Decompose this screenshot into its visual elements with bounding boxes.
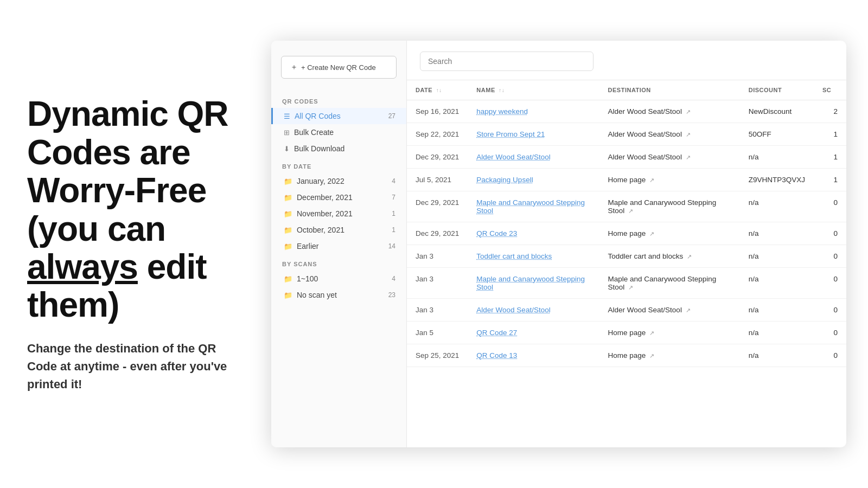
cell-scans: 0 bbox=[814, 344, 846, 367]
sidebar-item-oct-2021[interactable]: 📁 October, 2021 1 bbox=[271, 222, 406, 238]
cell-discount: Z9VHNTP3QVXJ bbox=[740, 169, 814, 191]
right-panel: ＋ + Create New QR Code QR CODES ☰ All QR… bbox=[260, 19, 868, 469]
table-row: Jan 3 Maple and Canarywood Stepping Stoo… bbox=[407, 268, 846, 299]
sidebar: ＋ + Create New QR Code QR CODES ☰ All QR… bbox=[271, 41, 407, 447]
table-row: Jan 5 QR Code 27 Home page ↗ n/a 0 bbox=[407, 322, 846, 344]
cell-name[interactable]: Alder Wood Seat/Stool bbox=[468, 146, 599, 169]
external-link-icon: ↗ bbox=[649, 230, 654, 237]
sidebar-item-earlier[interactable]: 📁 Earlier 14 bbox=[271, 238, 406, 254]
cell-name[interactable]: happy weekend bbox=[468, 100, 599, 123]
cell-destination: Alder Wood Seat/Stool ↗ bbox=[599, 123, 740, 146]
cell-name[interactable]: Packaging Upsell bbox=[468, 169, 599, 191]
cell-scans: 0 bbox=[814, 268, 846, 299]
folder-icon: 📁 bbox=[284, 177, 292, 185]
table-row: Jul 5, 2021 Packaging Upsell Home page ↗… bbox=[407, 169, 846, 191]
cell-name[interactable]: Store Promo Sept 21 bbox=[468, 123, 599, 146]
section-qr-codes: QR CODES bbox=[271, 92, 406, 108]
qr-codes-table: DATE ↑↓ NAME ↑↓ DESTINATION DISCOUNT SC … bbox=[407, 80, 846, 367]
grid-icon: ⊞ bbox=[284, 129, 290, 137]
folder-icon: 📁 bbox=[284, 210, 292, 218]
cell-name[interactable]: Maple and Canarywood Stepping Stool bbox=[468, 268, 599, 299]
cell-date: Dec 29, 2021 bbox=[407, 191, 468, 222]
sidebar-item-scans-1-100[interactable]: 📁 1~100 4 bbox=[271, 271, 406, 287]
cell-destination: Maple and Canarywood Stepping Stool ↗ bbox=[599, 191, 740, 222]
col-scans: SC bbox=[814, 80, 846, 100]
external-link-icon: ↗ bbox=[687, 253, 692, 260]
sidebar-item-nov-2021[interactable]: 📁 November, 2021 1 bbox=[271, 206, 406, 222]
cell-scans: 0 bbox=[814, 322, 846, 344]
table-row: Jan 3 Toddler cart and blocks Toddler ca… bbox=[407, 245, 846, 268]
external-link-icon: ↗ bbox=[649, 177, 654, 183]
sidebar-item-no-scan[interactable]: 📁 No scan yet 23 bbox=[271, 287, 406, 303]
table-row: Dec 29, 2021 Maple and Canarywood Steppi… bbox=[407, 191, 846, 222]
external-link-icon: ↗ bbox=[686, 154, 691, 160]
table-row: Dec 29, 2021 Alder Wood Seat/Stool Alder… bbox=[407, 146, 846, 169]
cell-scans: 0 bbox=[814, 245, 846, 268]
external-link-icon: ↗ bbox=[686, 307, 691, 313]
cell-destination: Alder Wood Seat/Stool ↗ bbox=[599, 100, 740, 123]
cell-discount: n/a bbox=[740, 146, 814, 169]
cell-date: Jul 5, 2021 bbox=[407, 169, 468, 191]
cell-destination: Alder Wood Seat/Stool ↗ bbox=[599, 299, 740, 322]
cell-name[interactable]: Alder Wood Seat/Stool bbox=[468, 299, 599, 322]
table-row: Sep 25, 2021 QR Code 13 Home page ↗ n/a … bbox=[407, 344, 846, 367]
cell-date: Sep 22, 2021 bbox=[407, 123, 468, 146]
table-row: Jan 3 Alder Wood Seat/Stool Alder Wood S… bbox=[407, 299, 846, 322]
sidebar-item-dec-2021[interactable]: 📁 December, 2021 7 bbox=[271, 189, 406, 206]
cell-date: Jan 3 bbox=[407, 268, 468, 299]
cell-discount: n/a bbox=[740, 322, 814, 344]
cell-name[interactable]: Toddler cart and blocks bbox=[468, 245, 599, 268]
plus-icon: ＋ bbox=[290, 62, 298, 72]
cell-scans: 1 bbox=[814, 169, 846, 191]
sidebar-item-all-qr[interactable]: ☰ All QR Codes 27 bbox=[271, 108, 406, 124]
download-icon: ⬇ bbox=[284, 145, 290, 153]
sidebar-item-bulk-download[interactable]: ⬇ Bulk Download bbox=[271, 140, 406, 157]
sidebar-item-jan-2022[interactable]: 📁 January, 2022 4 bbox=[271, 173, 406, 189]
cell-discount: NewDiscount bbox=[740, 100, 814, 123]
folder-icon: 📁 bbox=[284, 242, 292, 251]
section-by-date: BY DATE bbox=[271, 157, 406, 173]
cell-date: Jan 3 bbox=[407, 245, 468, 268]
sort-icon-date: ↑↓ bbox=[436, 87, 442, 93]
col-destination: DESTINATION bbox=[599, 80, 740, 100]
folder-icon: 📁 bbox=[284, 275, 292, 283]
headline: Dynamic QR Codes are Worry-Free (you can… bbox=[27, 95, 233, 324]
cell-discount: n/a bbox=[740, 245, 814, 268]
sidebar-item-bulk-create[interactable]: ⊞ Bulk Create bbox=[271, 124, 406, 140]
main-content: DATE ↑↓ NAME ↑↓ DESTINATION DISCOUNT SC … bbox=[407, 41, 846, 447]
col-date[interactable]: DATE ↑↓ bbox=[407, 80, 468, 100]
qr-table-container: DATE ↑↓ NAME ↑↓ DESTINATION DISCOUNT SC … bbox=[407, 80, 846, 447]
create-qr-button[interactable]: ＋ + Create New QR Code bbox=[281, 56, 397, 79]
cell-name[interactable]: QR Code 23 bbox=[468, 222, 599, 245]
cell-date: Sep 25, 2021 bbox=[407, 344, 468, 367]
cell-discount: n/a bbox=[740, 222, 814, 245]
cell-name[interactable]: QR Code 13 bbox=[468, 344, 599, 367]
cell-scans: 0 bbox=[814, 222, 846, 245]
cell-destination: Alder Wood Seat/Stool ↗ bbox=[599, 146, 740, 169]
cell-destination: Home page ↗ bbox=[599, 344, 740, 367]
cell-scans: 1 bbox=[814, 123, 846, 146]
cell-name[interactable]: QR Code 27 bbox=[468, 322, 599, 344]
cell-discount: n/a bbox=[740, 344, 814, 367]
cell-destination: Home page ↗ bbox=[599, 322, 740, 344]
cell-destination: Maple and Canarywood Stepping Stool ↗ bbox=[599, 268, 740, 299]
cell-scans: 0 bbox=[814, 191, 846, 222]
section-by-scans: BY SCANS bbox=[271, 254, 406, 271]
cell-scans: 0 bbox=[814, 299, 846, 322]
folder-icon: 📁 bbox=[284, 291, 292, 299]
cell-destination: Toddler cart and blocks ↗ bbox=[599, 245, 740, 268]
external-link-icon: ↗ bbox=[628, 208, 633, 214]
external-link-icon: ↗ bbox=[686, 131, 691, 138]
cell-date: Dec 29, 2021 bbox=[407, 222, 468, 245]
cell-date: Jan 3 bbox=[407, 299, 468, 322]
cell-name[interactable]: Maple and Canarywood Stepping Stool bbox=[468, 191, 599, 222]
app-window: ＋ + Create New QR Code QR CODES ☰ All QR… bbox=[271, 41, 846, 447]
col-name[interactable]: NAME ↑↓ bbox=[468, 80, 599, 100]
cell-discount: n/a bbox=[740, 191, 814, 222]
external-link-icon: ↗ bbox=[686, 108, 691, 115]
search-input[interactable] bbox=[420, 52, 593, 71]
search-area bbox=[407, 41, 846, 80]
cell-discount: n/a bbox=[740, 268, 814, 299]
list-icon: ☰ bbox=[284, 112, 290, 120]
col-discount: DISCOUNT bbox=[740, 80, 814, 100]
